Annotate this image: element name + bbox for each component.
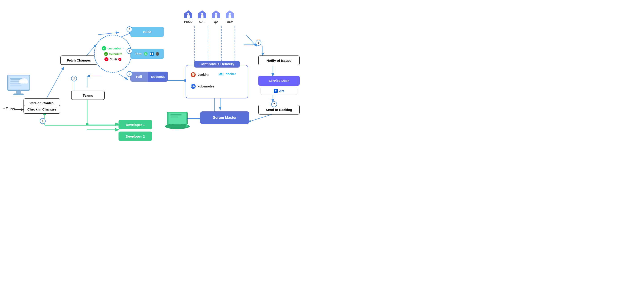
svg-rect-59 [150,52,152,54]
build-box: Build [130,27,164,37]
svg-line-1 [45,67,64,102]
svg-rect-96 [166,125,186,126]
continuous-delivery-box: Continuous Delivery Jenkins doc [186,65,248,98]
svg-text:5: 5 [106,58,107,60]
svg-rect-65 [187,15,190,18]
svg-line-23 [118,74,128,80]
svg-point-79 [194,74,194,74]
docker-logo: docker [218,72,236,76]
svg-text:k8s: k8s [192,85,195,88]
svg-text:se: se [105,53,107,55]
svg-rect-85 [221,73,222,74]
cucumber-logo: C cucumber ✓ [102,46,124,51]
env-prod: PROD [183,10,193,24]
svg-point-77 [192,73,194,76]
success-box: Success [148,72,168,82]
svg-point-69 [201,13,203,15]
svg-rect-43 [14,94,24,95]
step-2: 2 [71,76,77,82]
svg-line-3 [98,32,118,35]
env-row: PROD UAT QA DE [183,10,235,24]
computer-illustration [4,74,33,98]
teams-box: Teams [71,90,105,100]
laptop-illustration [165,111,190,131]
service-desk-box: Service Desk [258,76,300,86]
svg-line-5 [246,35,256,46]
env-qa: QA [211,10,221,24]
test-box: Test A [130,49,164,59]
fetch-changes-box: Fetch Changes [60,56,97,65]
svg-point-75 [229,13,231,15]
svg-point-78 [192,74,193,74]
ci-circle: C cucumber ✓ se Selenium 5 JUnit 5 [94,35,132,73]
svg-rect-42 [16,90,21,94]
svg-rect-41 [10,85,22,86]
svg-rect-81 [219,74,220,74]
step-3: 3 [126,26,132,32]
step-5: 5 [126,71,132,77]
scrum-master-box: Scrum Master [200,112,249,124]
svg-rect-91 [170,114,182,116]
cd-title: Continuous Delivery [194,61,240,68]
svg-point-46 [24,80,28,84]
env-uat: UAT [197,10,207,24]
selenium-logo: se Selenium [104,52,122,56]
svg-point-72 [215,13,217,15]
jenkins-logo: Jenkins [190,72,209,78]
diagram-container: → Trigger git Version C [0,0,322,151]
svg-rect-68 [201,15,204,18]
step-6: 6 [256,40,262,46]
developer-1-box: Developer 1 [118,120,152,129]
svg-rect-92 [170,116,178,118]
junit-logo: 5 JUnit 5 [104,57,122,62]
svg-line-35 [248,114,273,122]
svg-rect-83 [221,74,222,74]
svg-text:A: A [145,53,146,55]
svg-rect-62 [152,54,153,55]
developer-2-box: Developer 2 [118,132,152,141]
svg-rect-82 [220,74,221,74]
platform-icons: A [144,52,160,56]
svg-point-63 [156,52,159,56]
svg-point-66 [188,13,189,15]
svg-rect-60 [152,52,153,54]
svg-rect-58 [150,52,154,56]
svg-text:C: C [103,48,105,50]
step-4: 4 [126,48,132,54]
svg-rect-61 [150,54,152,55]
send-to-backlog-box: Send to Backlog [258,105,300,114]
step-1: 1 [40,118,46,124]
jira-box: Jira [260,87,298,95]
kubernetes-logo: k8s kubernetes [190,84,214,89]
trigger-label: → Trigger [2,107,16,110]
fail-box: Fail [130,72,148,82]
svg-rect-71 [215,15,217,18]
svg-rect-74 [228,15,231,18]
svg-point-17 [86,123,88,126]
check-in-changes-box: Check in Changes [24,105,60,114]
step-7: 7 [271,101,277,107]
svg-rect-84 [220,73,221,74]
svg-point-45 [19,80,24,84]
notify-of-issues-box: Notify of Issues [258,56,300,65]
svg-text:5: 5 [120,58,120,60]
env-dev: DEV [225,10,235,24]
